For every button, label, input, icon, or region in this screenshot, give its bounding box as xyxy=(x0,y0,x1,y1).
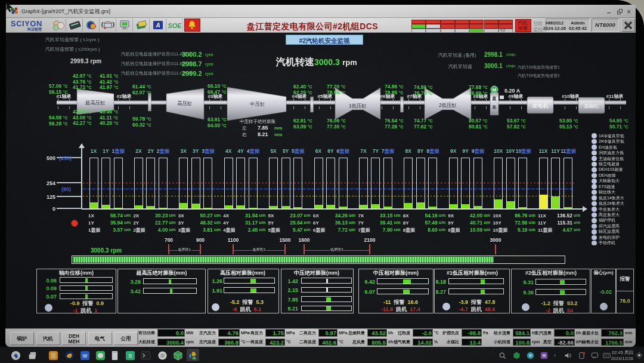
svg-text:S: S xyxy=(128,352,132,359)
svg-text:W: W xyxy=(82,353,88,359)
svg-text:A: A xyxy=(155,22,160,29)
svg-text:SOE: SOE xyxy=(168,22,181,29)
svg-text:M: M xyxy=(493,87,497,93)
